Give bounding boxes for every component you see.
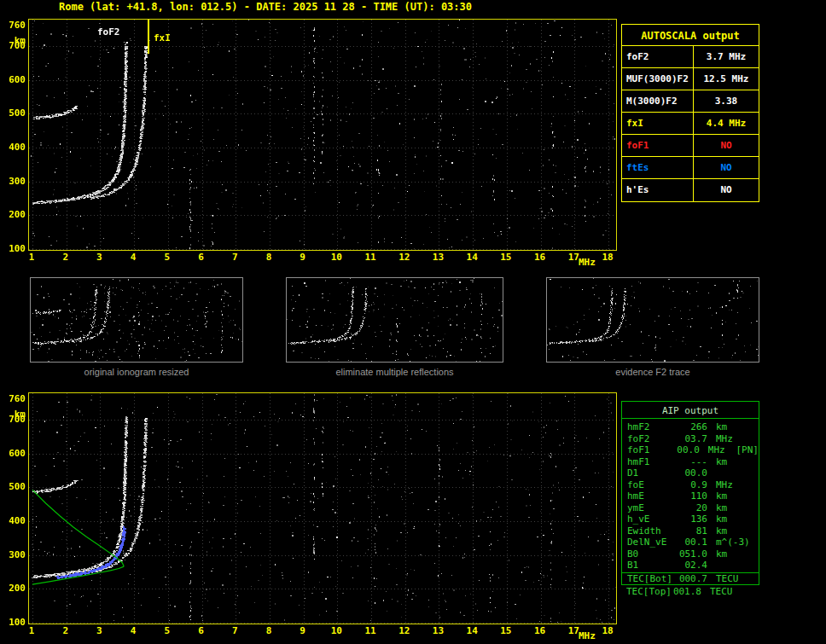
param-name: ymE [627, 502, 675, 514]
aip-rows: hmF2 266 km foF2 03.7 MHz foF1 00.0 MHz … [622, 419, 759, 571]
y-tick-label: 300 [2, 549, 26, 560]
y-tick-label: 600 [2, 74, 26, 85]
table-row-hEs: h'Es NO [622, 179, 759, 201]
x-tick-label: 16 [532, 252, 548, 263]
row-label: foF1 [622, 135, 694, 156]
row-label: M(3000)F2 [622, 90, 694, 112]
param-unit: m^(-3) [707, 537, 745, 548]
param-note: [PN] [734, 444, 759, 456]
table-row-ftEs: ftEs NO [622, 157, 759, 179]
x-tick-label: 5 [160, 625, 175, 636]
aip-row-foE: foE 0.9 MHz [627, 479, 759, 491]
x-tick-label: 1 [24, 625, 39, 636]
x-tick-label: 10 [329, 625, 344, 636]
param-value: 110 [675, 490, 707, 502]
autoscala-output-screen: Rome (lat: +41.8, lon: 012.5) - DATE: 20… [0, 0, 826, 644]
x-tick-label: 16 [532, 625, 548, 636]
x-tick-label: 5 [160, 252, 175, 263]
param-name: foF2 [627, 433, 675, 445]
y-tick-label: 200 [2, 583, 26, 594]
table-row-foF2: foF2 3.7 MHz [622, 46, 759, 68]
param-name: hmF2 [627, 421, 675, 433]
x-tick-label: 6 [194, 625, 209, 636]
param-value: 136 [675, 513, 707, 525]
param-name: Ewidth [627, 525, 675, 537]
ionogram-profile-canvas [29, 393, 616, 624]
param-value: 00.0 [675, 467, 707, 479]
ionogram-profile-plot [28, 392, 617, 624]
param-value: 00.1 [675, 537, 707, 548]
param-name: h_vE [627, 513, 675, 525]
param-value: --- [675, 456, 707, 468]
x-tick-label: 4 [125, 625, 141, 636]
param-name: hmE [627, 490, 675, 502]
row-label: MUF(3000)F2 [622, 68, 694, 90]
param-unit [707, 467, 745, 479]
row-label: fxI [622, 113, 694, 134]
x-tick-label: 9 [295, 252, 311, 263]
thumbnail-f2-trace [546, 277, 759, 363]
x-tick-label: 9 [295, 625, 311, 636]
param-unit: km [707, 548, 745, 560]
table-row-muf3000: MUF(3000)F2 12.5 MHz [622, 68, 759, 90]
x-tick-label: 4 [125, 252, 141, 263]
param-name: D1 [627, 467, 675, 479]
x-tick-label: 2 [58, 252, 73, 263]
x-tick-label: 12 [397, 625, 412, 636]
row-value: 12.5 MHz [694, 68, 759, 90]
x-tick-label: 10 [329, 252, 344, 263]
param-value: 000.7 [675, 573, 707, 585]
aip-row-hmF2: hmF2 266 km [627, 421, 759, 433]
param-name: hmF1 [627, 456, 675, 468]
x-tick-label: 11 [363, 625, 378, 636]
ionogram-echo-canvas [29, 20, 616, 250]
param-unit: km [707, 490, 745, 502]
x-tick-label: 8 [261, 625, 276, 636]
param-value: 03.7 [675, 433, 707, 445]
y-tick-label: 200 [2, 209, 26, 220]
param-unit: MHz [707, 479, 745, 491]
page-title: Rome (lat: +41.8, lon: 012.5) - DATE: 20… [0, 1, 531, 13]
x-tick-label: 1 [24, 252, 39, 263]
x-tick-label: 12 [397, 252, 412, 263]
param-value: 81 [675, 525, 707, 537]
x-tick-label: 7 [227, 625, 242, 636]
ionogram-echo-plot: foF2 fxI [28, 19, 617, 251]
param-name: B0 [627, 548, 675, 560]
km-unit-label: km [2, 35, 26, 46]
aip-row-B0: B0 051.0 km [627, 548, 759, 560]
y-tick-label: 400 [2, 142, 26, 153]
x-tick-label: 3 [91, 252, 107, 263]
aip-row-ymE: ymE 20 km [627, 502, 759, 514]
param-unit: km [707, 525, 745, 537]
param-unit: km [707, 456, 745, 468]
param-value: 0.9 [675, 479, 707, 491]
thumbnail-multiples-removed [286, 277, 503, 363]
row-value: 3.7 MHz [694, 46, 759, 67]
x-tick-label: 14 [464, 625, 480, 636]
thumbnail-f2-trace-canvas [547, 278, 759, 362]
param-name: foF1 [627, 444, 671, 456]
param-name: B1 [627, 560, 675, 571]
param-value: 051.0 [675, 548, 707, 560]
x-tick-label: 13 [430, 625, 445, 636]
param-value: 266 [675, 421, 707, 433]
mhz-unit-label: MHz [579, 630, 608, 641]
y-tick-label: 500 [2, 481, 26, 492]
aip-row-D1: D1 00.0 [627, 467, 759, 479]
aip-row-tec-bot: TEC[Bot] 000.7 TECU [622, 573, 759, 585]
y-tick-label: 760 [2, 20, 26, 31]
param-unit: MHz [700, 444, 735, 456]
aip-row-tec-top: TEC[Top] 001.8 TECU [621, 586, 759, 598]
thumbnail-multiples-removed-canvas [287, 278, 503, 362]
param-unit: km [707, 421, 745, 433]
param-name: TEC[Top] [621, 586, 669, 598]
param-name: TEC[Bot] [627, 573, 675, 585]
row-value: NO [694, 179, 759, 201]
x-tick-label: 15 [498, 252, 514, 263]
y-tick-label: 500 [2, 107, 26, 119]
y-tick-label: 100 [2, 243, 26, 254]
y-tick-label: 760 [2, 393, 26, 404]
row-label: h'Es [622, 179, 694, 201]
thumbnail-caption-multiples: eliminate multiple reflections [286, 367, 503, 377]
